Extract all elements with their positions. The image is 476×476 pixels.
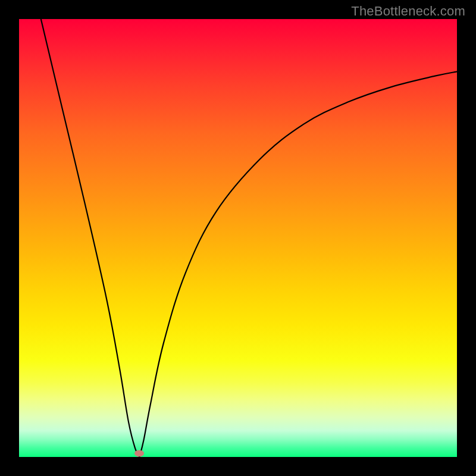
watermark-text: TheBottleneck.com <box>351 4 465 19</box>
bottleneck-curve <box>19 19 457 457</box>
minimum-marker <box>134 450 144 457</box>
curve-left-branch <box>41 19 140 457</box>
plot-area <box>19 19 457 457</box>
curve-right-branch <box>139 71 457 457</box>
chart-frame: TheBottleneck.com <box>0 0 476 476</box>
